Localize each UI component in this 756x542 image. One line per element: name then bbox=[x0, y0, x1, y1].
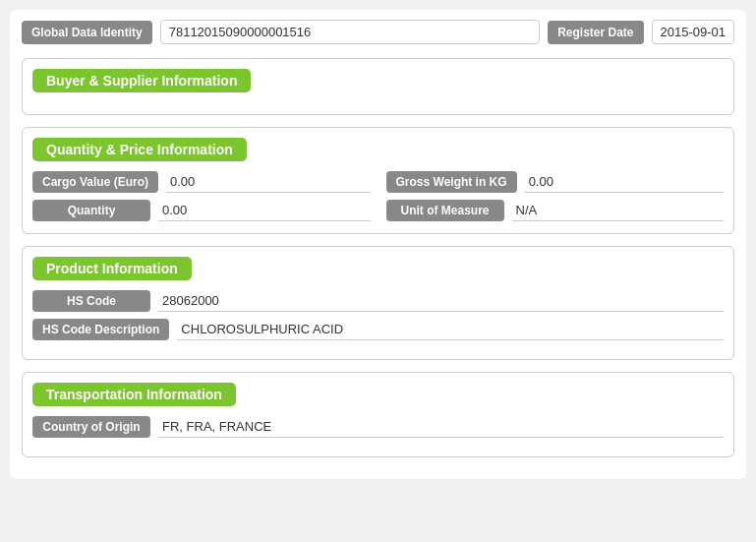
hs-desc-label: HS Code Description bbox=[32, 319, 169, 340]
header-row: Global Data Identity 7811201509000000151… bbox=[22, 20, 734, 44]
hs-desc-row: HS Code Description CHLOROSULPHURIC ACID bbox=[32, 319, 724, 340]
country-label: Country of Origin bbox=[32, 416, 150, 438]
buyer-supplier-section: Buyer & Supplier Information bbox=[22, 58, 734, 115]
register-group: Register Date 2015-09-01 bbox=[548, 20, 734, 44]
country-row: Country of Origin FR, FRA, FRANCE bbox=[32, 416, 724, 438]
hs-code-value: 28062000 bbox=[158, 290, 724, 312]
transportation-title: Transportation Information bbox=[32, 383, 236, 406]
cargo-gross-row: Cargo Value (Euro) 0.00 Gross Weight in … bbox=[32, 171, 724, 193]
cargo-group: Cargo Value (Euro) 0.00 bbox=[32, 171, 371, 193]
hs-code-row: HS Code 28062000 bbox=[32, 290, 724, 312]
gross-group: Gross Weight in KG 0.00 bbox=[386, 171, 725, 193]
country-value: FR, FRA, FRANCE bbox=[158, 416, 724, 438]
cargo-label: Cargo Value (Euro) bbox=[32, 171, 158, 193]
uom-group: Unit of Measure N/A bbox=[386, 200, 725, 221]
register-value: 2015-09-01 bbox=[652, 20, 735, 44]
page-container: Global Data Identity 7811201509000000151… bbox=[10, 10, 746, 479]
uom-value: N/A bbox=[512, 200, 725, 221]
quantity-uom-row: Quantity 0.00 Unit of Measure N/A bbox=[32, 200, 724, 221]
gdi-label: Global Data Identity bbox=[22, 21, 152, 44]
quantity-price-section: Quantity & Price Information Cargo Value… bbox=[22, 127, 734, 234]
uom-label: Unit of Measure bbox=[386, 200, 504, 221]
transportation-section: Transportation Information Country of Or… bbox=[22, 372, 734, 457]
product-title: Product Information bbox=[32, 257, 192, 280]
hs-desc-value: CHLOROSULPHURIC ACID bbox=[177, 319, 724, 340]
product-section: Product Information HS Code 28062000 HS … bbox=[22, 246, 734, 360]
gdi-value: 78112015090000001516 bbox=[160, 20, 540, 44]
gross-label: Gross Weight in KG bbox=[386, 171, 517, 193]
cargo-value: 0.00 bbox=[166, 171, 370, 193]
quantity-value: 0.00 bbox=[158, 200, 371, 221]
quantity-price-title: Quantity & Price Information bbox=[32, 138, 247, 161]
register-label: Register Date bbox=[548, 21, 643, 44]
gross-value: 0.00 bbox=[525, 171, 724, 193]
quantity-group: Quantity 0.00 bbox=[32, 200, 371, 221]
hs-code-label: HS Code bbox=[32, 290, 150, 312]
quantity-label: Quantity bbox=[32, 200, 150, 221]
buyer-supplier-title: Buyer & Supplier Information bbox=[32, 69, 251, 92]
